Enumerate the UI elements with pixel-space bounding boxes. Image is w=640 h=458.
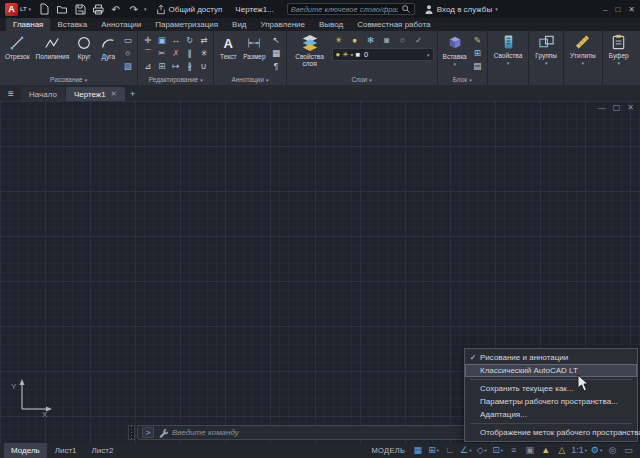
break-icon[interactable]: ∦ (183, 60, 196, 72)
join-icon[interactable]: ∪ (197, 60, 210, 72)
drawing-restore-button[interactable]: ▢ (613, 103, 621, 112)
mirror-icon[interactable]: ⇄ (197, 34, 210, 46)
grid-icon[interactable]: ▦ (410, 444, 425, 457)
panel-label-modify[interactable]: Редактирование ▾ (138, 74, 213, 85)
undo-button[interactable]: ↶ (108, 2, 123, 16)
share-button[interactable]: Общий доступ (156, 4, 223, 15)
tab-manage[interactable]: Управление (254, 18, 312, 31)
layer-dropdown[interactable]: ●☀▪■ 0 ▾ (332, 48, 434, 61)
workspace-gear-icon[interactable]: ⚙ ▾ (589, 444, 604, 457)
attributes-icon[interactable]: ▤ (471, 60, 484, 72)
layer-off-icon[interactable]: ○ (396, 34, 410, 46)
object-snap-icon[interactable]: ⊡ ▾ (490, 444, 505, 457)
panel-utilities[interactable]: Утилиты ▾ (564, 31, 603, 85)
drawing-close-button[interactable]: ✕ (627, 103, 634, 112)
ortho-icon[interactable]: ∟ (442, 444, 457, 457)
sign-in-button[interactable]: Вход в службы ▾ (424, 4, 498, 15)
block-edit-icon[interactable]: ✎ (471, 34, 484, 46)
offset-icon[interactable]: ∥ (183, 47, 196, 59)
redo-button[interactable]: ↷ (126, 2, 141, 16)
annotation-scale-icon[interactable]: 1:1 ▾ (570, 444, 588, 457)
hatch-icon[interactable]: ▨ (121, 60, 134, 72)
tab-view[interactable]: Вид (225, 18, 253, 31)
tab-collaborate[interactable]: Совместная работа (350, 18, 437, 31)
layer-lock-icon[interactable]: ◙ (380, 34, 394, 46)
dimension-button[interactable]: Размер (241, 33, 267, 61)
drawing-minimize-button[interactable]: — (598, 103, 606, 112)
menu-item-display-workspace-labels[interactable]: Отображение меток рабочего пространства (465, 426, 637, 439)
table-icon[interactable]: ▦ (270, 47, 283, 59)
isodraft-icon[interactable]: ◇ ▾ (474, 444, 489, 457)
maximize-button[interactable]: □ (615, 5, 620, 14)
scale-icon[interactable]: ⊿ (141, 60, 154, 72)
menu-item-drafting-annotation[interactable]: ✓ Рисование и аннотации (465, 351, 637, 364)
lineweight-icon[interactable]: ≡ (506, 444, 521, 457)
file-tab-drawing1[interactable]: Чертеж1 ✕ (66, 87, 125, 101)
clean-screen-icon[interactable]: ▭ (621, 444, 636, 457)
tab-annotate[interactable]: Аннотации (94, 18, 148, 31)
layer-bulb-icon[interactable]: ● (348, 34, 362, 46)
stretch-icon[interactable]: ↔ (169, 34, 182, 46)
new-tab-button[interactable]: + (126, 87, 140, 101)
lengthen-icon[interactable]: ↦ (169, 60, 182, 72)
create-block-icon[interactable]: ⊞ (471, 47, 484, 59)
line-button[interactable]: Отрезок (3, 33, 32, 61)
wrench-icon[interactable] (158, 428, 168, 438)
help-search-box[interactable] (287, 3, 415, 15)
tab-insert[interactable]: Вставка (50, 18, 94, 31)
drawing-canvas[interactable]: — ▢ ✕ Y X > ✓ (0, 101, 640, 443)
panel-label-layers[interactable]: Слои ▾ (287, 74, 437, 85)
panel-properties[interactable]: Свойства ▾ (488, 31, 530, 85)
erase-icon[interactable]: ✗ (169, 47, 182, 59)
polar-tracking-icon[interactable]: ∠ ▾ (458, 444, 473, 457)
insert-block-button[interactable]: Вставка ▾ (441, 33, 469, 68)
move-icon[interactable]: ✛ (141, 34, 154, 46)
ellipse-icon[interactable]: ○ (121, 47, 134, 59)
close-tab-icon[interactable]: ✕ (111, 90, 117, 98)
command-prompt-icon[interactable]: > (142, 427, 154, 438)
panel-clipboard[interactable]: Буфер ▾ (603, 31, 635, 85)
isolate-objects-icon[interactable]: ◎ (605, 444, 620, 457)
menu-item-workspace-settings[interactable]: Параметры рабочего пространства... (465, 395, 637, 408)
fillet-icon[interactable]: ⌒ (141, 47, 154, 59)
menu-item-customize[interactable]: Адаптация... (465, 408, 637, 421)
rotate-icon[interactable]: ↻ (183, 34, 196, 46)
menu-item-classic-autocad-lt[interactable]: Классический AutoCAD LT (465, 364, 637, 377)
rectangle-icon[interactable]: ▭ (121, 34, 134, 46)
circle-button[interactable]: Круг (73, 33, 95, 61)
file-tabs-menu-icon[interactable]: ≡ (2, 86, 20, 101)
panel-groups[interactable]: Группы ▾ (529, 31, 564, 85)
snap-icon[interactable]: ⊞ ▾ (426, 444, 441, 457)
tab-parametric[interactable]: Параметризация (148, 18, 225, 31)
file-tab-start[interactable]: Начало (21, 87, 65, 101)
array-icon[interactable]: ⊞ (155, 60, 168, 72)
model-tab[interactable]: Модель (4, 443, 47, 458)
command-bar[interactable]: > (137, 425, 472, 440)
new-drawing-button[interactable] (36, 2, 51, 16)
copy-icon[interactable]: ▣ (155, 34, 168, 46)
tab-home[interactable]: Главная (6, 18, 50, 31)
panel-label-annotation[interactable]: Аннотации ▾ (214, 74, 285, 85)
layer-properties-button[interactable]: Свойства слоя (290, 33, 330, 69)
menu-item-save-current-as[interactable]: Сохранить текущее как... (465, 382, 637, 395)
qat-customize-caret[interactable]: ▾ (144, 6, 147, 12)
selection-cycling-icon[interactable]: ▣ (522, 444, 537, 457)
polyline-button[interactable]: Полилиния (34, 33, 72, 61)
trim-icon[interactable]: ✂ (155, 47, 168, 59)
arc-button[interactable]: Дуга (97, 33, 119, 61)
autoscale-icon[interactable]: △ (554, 444, 569, 457)
minimize-button[interactable]: – (603, 5, 607, 14)
layout1-tab[interactable]: Лист1 (48, 443, 84, 458)
multileader-icon[interactable]: ↖ (270, 34, 283, 46)
layer-on-icon[interactable]: ☀ (332, 34, 346, 46)
panel-label-draw[interactable]: Рисование ▾ (0, 74, 137, 85)
command-input[interactable] (172, 428, 467, 437)
search-input[interactable] (291, 5, 398, 14)
save-button[interactable] (72, 2, 87, 16)
explode-icon[interactable]: ✳ (197, 47, 210, 59)
close-button[interactable]: ✕ (628, 5, 635, 14)
text-button[interactable]: A Текст (217, 33, 239, 61)
layout2-tab[interactable]: Лист2 (85, 443, 121, 458)
open-button[interactable] (54, 2, 69, 16)
application-menu-button[interactable]: A LT ▾ (5, 3, 31, 16)
